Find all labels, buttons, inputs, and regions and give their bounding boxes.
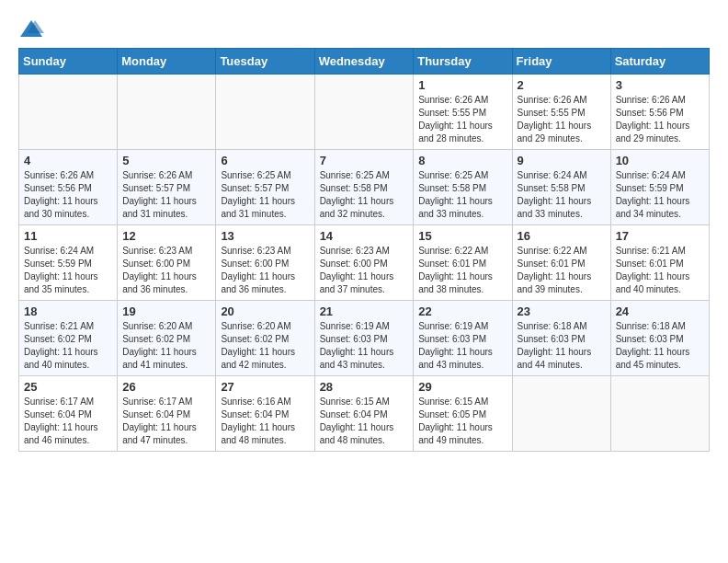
calendar-cell: 9Sunrise: 6:24 AM Sunset: 5:58 PM Daylig… <box>512 150 610 225</box>
day-info: Sunrise: 6:21 AM Sunset: 6:01 PM Dayligh… <box>616 245 704 296</box>
day-number: 25 <box>24 380 112 394</box>
calendar-week-row: 18Sunrise: 6:21 AM Sunset: 6:02 PM Dayli… <box>19 301 710 376</box>
day-info: Sunrise: 6:23 AM Sunset: 6:00 PM Dayligh… <box>122 245 210 296</box>
day-info: Sunrise: 6:25 AM Sunset: 5:57 PM Dayligh… <box>221 169 309 221</box>
day-info: Sunrise: 6:19 AM Sunset: 6:03 PM Dayligh… <box>320 320 409 372</box>
logo <box>18 18 48 40</box>
calendar-week-row: 25Sunrise: 6:17 AM Sunset: 6:04 PM Dayli… <box>19 376 710 452</box>
day-number: 13 <box>221 229 309 243</box>
day-info: Sunrise: 6:23 AM Sunset: 6:00 PM Dayligh… <box>221 245 309 296</box>
day-info: Sunrise: 6:22 AM Sunset: 6:01 PM Dayligh… <box>418 245 506 296</box>
day-info: Sunrise: 6:16 AM Sunset: 6:04 PM Dayligh… <box>221 396 309 447</box>
calendar-cell: 7Sunrise: 6:25 AM Sunset: 5:58 PM Daylig… <box>314 150 414 225</box>
calendar-cell: 27Sunrise: 6:16 AM Sunset: 6:04 PM Dayli… <box>216 376 314 452</box>
day-info: Sunrise: 6:25 AM Sunset: 5:58 PM Dayligh… <box>418 169 506 221</box>
calendar-cell: 21Sunrise: 6:19 AM Sunset: 6:03 PM Dayli… <box>314 301 414 376</box>
calendar-cell <box>216 75 314 150</box>
weekday-header-row: SundayMondayTuesdayWednesdayThursdayFrid… <box>19 49 710 75</box>
day-info: Sunrise: 6:15 AM Sunset: 6:04 PM Dayligh… <box>320 396 409 447</box>
day-number: 18 <box>24 304 112 318</box>
calendar-week-row: 4Sunrise: 6:26 AM Sunset: 5:56 PM Daylig… <box>19 150 710 225</box>
day-number: 27 <box>221 380 309 394</box>
day-number: 7 <box>320 154 409 167</box>
day-number: 4 <box>24 154 112 167</box>
day-info: Sunrise: 6:25 AM Sunset: 5:58 PM Dayligh… <box>320 169 409 221</box>
calendar-cell: 19Sunrise: 6:20 AM Sunset: 6:02 PM Dayli… <box>118 301 216 376</box>
day-number: 28 <box>320 380 409 394</box>
day-number: 14 <box>320 229 409 243</box>
day-number: 6 <box>221 154 309 167</box>
day-info: Sunrise: 6:18 AM Sunset: 6:03 PM Dayligh… <box>518 320 606 372</box>
calendar-week-row: 11Sunrise: 6:24 AM Sunset: 5:59 PM Dayli… <box>19 225 710 301</box>
day-info: Sunrise: 6:17 AM Sunset: 6:04 PM Dayligh… <box>24 396 112 447</box>
day-number: 29 <box>418 380 506 394</box>
calendar-cell <box>19 75 118 150</box>
calendar-cell: 28Sunrise: 6:15 AM Sunset: 6:04 PM Dayli… <box>314 376 414 452</box>
day-info: Sunrise: 6:20 AM Sunset: 6:02 PM Dayligh… <box>221 320 309 372</box>
day-number: 16 <box>518 229 606 243</box>
day-number: 9 <box>518 154 606 167</box>
weekday-header-monday: Monday <box>118 49 216 75</box>
weekday-header-tuesday: Tuesday <box>216 49 314 75</box>
day-number: 26 <box>122 380 210 394</box>
day-number: 1 <box>418 78 506 92</box>
day-number: 21 <box>320 304 409 318</box>
day-number: 17 <box>616 229 704 243</box>
calendar-cell: 5Sunrise: 6:26 AM Sunset: 5:57 PM Daylig… <box>118 150 216 225</box>
weekday-header-wednesday: Wednesday <box>314 49 414 75</box>
day-info: Sunrise: 6:26 AM Sunset: 5:56 PM Dayligh… <box>24 169 112 221</box>
calendar-cell: 20Sunrise: 6:20 AM Sunset: 6:02 PM Dayli… <box>216 301 314 376</box>
calendar-cell: 17Sunrise: 6:21 AM Sunset: 6:01 PM Dayli… <box>610 225 709 301</box>
calendar-cell: 13Sunrise: 6:23 AM Sunset: 6:00 PM Dayli… <box>216 225 314 301</box>
calendar-cell: 25Sunrise: 6:17 AM Sunset: 6:04 PM Dayli… <box>19 376 118 452</box>
calendar-cell: 4Sunrise: 6:26 AM Sunset: 5:56 PM Daylig… <box>19 150 118 225</box>
day-info: Sunrise: 6:24 AM Sunset: 5:58 PM Dayligh… <box>518 169 606 221</box>
day-number: 11 <box>24 229 112 243</box>
calendar-cell: 10Sunrise: 6:24 AM Sunset: 5:59 PM Dayli… <box>610 150 709 225</box>
calendar-cell: 23Sunrise: 6:18 AM Sunset: 6:03 PM Dayli… <box>512 301 610 376</box>
day-info: Sunrise: 6:17 AM Sunset: 6:04 PM Dayligh… <box>122 396 210 447</box>
day-number: 5 <box>122 154 210 167</box>
weekday-header-saturday: Saturday <box>610 49 709 75</box>
calendar-cell: 8Sunrise: 6:25 AM Sunset: 5:58 PM Daylig… <box>414 150 512 225</box>
weekday-header-friday: Friday <box>512 49 610 75</box>
day-number: 20 <box>221 304 309 318</box>
day-number: 10 <box>616 154 704 167</box>
calendar-cell: 12Sunrise: 6:23 AM Sunset: 6:00 PM Dayli… <box>118 225 216 301</box>
day-info: Sunrise: 6:20 AM Sunset: 6:02 PM Dayligh… <box>122 320 210 372</box>
day-info: Sunrise: 6:26 AM Sunset: 5:57 PM Dayligh… <box>122 169 210 221</box>
calendar-cell: 24Sunrise: 6:18 AM Sunset: 6:03 PM Dayli… <box>610 301 709 376</box>
day-info: Sunrise: 6:15 AM Sunset: 6:05 PM Dayligh… <box>418 396 506 447</box>
weekday-header-sunday: Sunday <box>19 49 118 75</box>
calendar-cell: 6Sunrise: 6:25 AM Sunset: 5:57 PM Daylig… <box>216 150 314 225</box>
logo-icon <box>18 18 44 40</box>
day-number: 19 <box>122 304 210 318</box>
calendar-cell: 26Sunrise: 6:17 AM Sunset: 6:04 PM Dayli… <box>118 376 216 452</box>
weekday-header-thursday: Thursday <box>414 49 512 75</box>
calendar-cell: 11Sunrise: 6:24 AM Sunset: 5:59 PM Dayli… <box>19 225 118 301</box>
calendar-cell: 3Sunrise: 6:26 AM Sunset: 5:56 PM Daylig… <box>610 75 709 150</box>
day-info: Sunrise: 6:22 AM Sunset: 6:01 PM Dayligh… <box>518 245 606 296</box>
day-number: 24 <box>616 304 704 318</box>
calendar-cell: 29Sunrise: 6:15 AM Sunset: 6:05 PM Dayli… <box>414 376 512 452</box>
day-number: 2 <box>518 78 606 92</box>
day-info: Sunrise: 6:26 AM Sunset: 5:55 PM Dayligh… <box>518 94 606 145</box>
calendar-cell: 2Sunrise: 6:26 AM Sunset: 5:55 PM Daylig… <box>512 75 610 150</box>
calendar-cell <box>512 376 610 452</box>
page-header <box>18 18 710 40</box>
day-number: 3 <box>616 78 704 92</box>
day-info: Sunrise: 6:24 AM Sunset: 5:59 PM Dayligh… <box>616 169 704 221</box>
day-number: 12 <box>122 229 210 243</box>
day-number: 23 <box>518 304 606 318</box>
day-info: Sunrise: 6:21 AM Sunset: 6:02 PM Dayligh… <box>24 320 112 372</box>
day-info: Sunrise: 6:23 AM Sunset: 6:00 PM Dayligh… <box>320 245 409 296</box>
calendar-cell <box>118 75 216 150</box>
calendar-cell: 14Sunrise: 6:23 AM Sunset: 6:00 PM Dayli… <box>314 225 414 301</box>
day-number: 22 <box>418 304 506 318</box>
calendar-week-row: 1Sunrise: 6:26 AM Sunset: 5:55 PM Daylig… <box>19 75 710 150</box>
calendar-cell: 22Sunrise: 6:19 AM Sunset: 6:03 PM Dayli… <box>414 301 512 376</box>
day-info: Sunrise: 6:26 AM Sunset: 5:55 PM Dayligh… <box>418 94 506 145</box>
day-number: 15 <box>418 229 506 243</box>
calendar-cell: 1Sunrise: 6:26 AM Sunset: 5:55 PM Daylig… <box>414 75 512 150</box>
day-number: 8 <box>418 154 506 167</box>
